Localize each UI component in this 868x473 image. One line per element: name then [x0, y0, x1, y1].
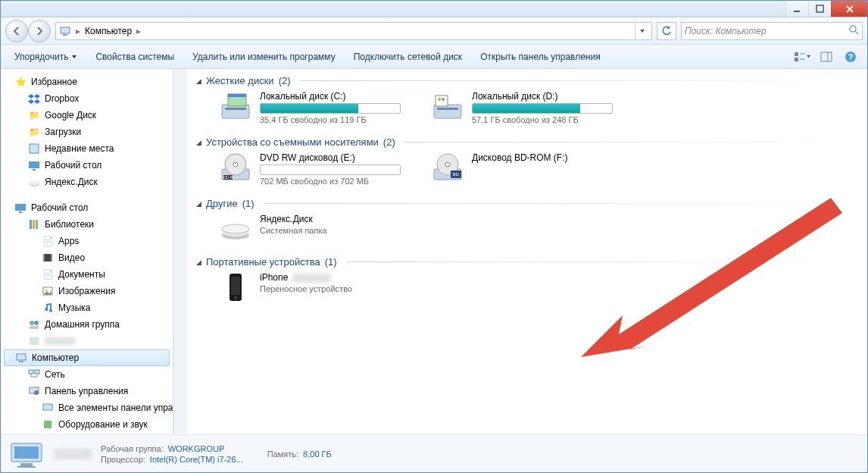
- user-icon: [28, 335, 40, 347]
- star-icon: ⭐: [14, 76, 27, 88]
- uninstall-button[interactable]: Удалить или изменить программу: [185, 49, 343, 65]
- collapse-icon: ◢: [196, 139, 201, 146]
- breadcrumb-root[interactable]: Компьютер: [82, 26, 135, 36]
- svg-rect-32: [30, 337, 39, 345]
- sidebar-controlpanel[interactable]: Панель управления: [1, 383, 173, 399]
- svg-rect-0: [794, 11, 800, 12]
- search-input[interactable]: Поиск: Компьютер: [681, 22, 863, 40]
- svg-rect-36: [35, 370, 39, 374]
- drive-iphone[interactable]: iPhone Переносное устройство: [219, 272, 401, 302]
- body: ⭐Избранное Dropbox 📁Google Диск 📁Загрузк…: [1, 69, 867, 434]
- sidebar-computer[interactable]: Компьютер: [4, 349, 170, 366]
- sidebar-scrollbar[interactable]: [173, 69, 187, 434]
- svg-point-56: [233, 162, 238, 167]
- svg-rect-73: [20, 463, 33, 466]
- section-hdd: ◢ Жесткие диски (2) Локальный диск (C:) …: [196, 75, 858, 124]
- sidebar: ⭐Избранное Dropbox 📁Google Диск 📁Загрузк…: [1, 69, 173, 434]
- sidebar-item-documents[interactable]: 📄Документы: [1, 266, 173, 283]
- computer-icon: [59, 25, 71, 37]
- explorer-window: ▸ Компьютер ▸ Поиск: Компьютер Упорядочи…: [0, 0, 868, 473]
- minimize-button[interactable]: [785, 1, 808, 17]
- section-hdd-header[interactable]: ◢ Жесткие диски (2): [196, 75, 858, 86]
- svg-point-66: [222, 224, 249, 233]
- help-button[interactable]: ?: [840, 48, 861, 66]
- refresh-button[interactable]: [657, 22, 676, 40]
- drive-f-label: Дисковод BD-ROM (F:): [472, 152, 613, 163]
- svg-point-30: [34, 321, 39, 325]
- homegroup-icon: [28, 318, 40, 330]
- sidebar-network[interactable]: Сеть: [1, 366, 173, 383]
- hdd-icon: [431, 91, 464, 121]
- bdrom-icon: BD: [431, 152, 464, 183]
- section-portable-header[interactable]: ◢ Портативные устройства (1): [196, 256, 858, 268]
- sidebar-item-blurred[interactable]: [1, 333, 173, 349]
- forward-button[interactable]: [28, 20, 51, 42]
- section-removable-header[interactable]: ◢ Устройства со съемными носителями (2): [196, 136, 858, 148]
- drive-d[interactable]: Локальный диск (D:) 57,1 ГБ свободно из …: [431, 91, 613, 124]
- iphone-icon: [219, 272, 252, 302]
- drive-d-label: Локальный диск (D:): [472, 91, 613, 102]
- drive-f[interactable]: BD Дисковод BD-ROM (F:): [431, 152, 613, 186]
- pictures-icon: [42, 285, 54, 297]
- sidebar-libraries[interactable]: Библиотеки: [1, 216, 173, 233]
- svg-point-61: [445, 162, 450, 167]
- sidebar-item-all-cp[interactable]: Все элементы панели управле: [1, 399, 173, 416]
- recent-icon: [28, 143, 40, 155]
- drive-e[interactable]: CD-R DVD RW дисковод (E:) 702 МБ свободн…: [219, 152, 401, 186]
- system-properties-button[interactable]: Свойства системы: [88, 49, 182, 65]
- sidebar-item-music[interactable]: Музыка: [1, 299, 173, 316]
- sidebar-desktop[interactable]: Рабочий стол: [1, 199, 173, 216]
- sidebar-item-apps[interactable]: 📄Apps: [1, 233, 173, 249]
- folder-icon: 📁: [28, 126, 40, 138]
- address-bar[interactable]: ▸ Компьютер ▸: [55, 22, 652, 40]
- sidebar-item-dropbox[interactable]: Dropbox: [1, 90, 173, 107]
- blurred-name: [54, 449, 92, 459]
- back-button[interactable]: [5, 20, 28, 42]
- organize-button[interactable]: Упорядочить: [7, 49, 85, 65]
- svg-rect-47: [228, 94, 246, 97]
- svg-rect-43: [44, 421, 52, 428]
- view-mode-button[interactable]: [792, 48, 813, 66]
- maximize-button[interactable]: [808, 1, 831, 17]
- close-button[interactable]: [831, 1, 867, 17]
- collapse-icon: ◢: [196, 77, 201, 85]
- drive-yandex[interactable]: Яндекс.Диск Системная папка: [219, 214, 401, 244]
- blurred-text: [292, 274, 330, 283]
- preview-pane-button[interactable]: [816, 48, 837, 66]
- statusbar: Рабочая группа:WORKGROUP Процессор:Intel…: [1, 434, 867, 472]
- svg-rect-42: [43, 404, 52, 410]
- sidebar-item-hardware[interactable]: Оборудование и звук: [1, 416, 173, 433]
- svg-point-28: [45, 290, 48, 292]
- sidebar-item-recent[interactable]: Недавние места: [1, 140, 173, 157]
- svg-rect-74: [17, 466, 36, 468]
- memory-value: 8,00 ГБ: [303, 450, 332, 459]
- svg-text:CD-R: CD-R: [223, 175, 233, 180]
- desktop-icon: [14, 202, 27, 214]
- svg-text:BD: BD: [453, 172, 460, 177]
- desktop-icon: [28, 159, 40, 171]
- sidebar-homegroup[interactable]: Домашняя группа: [1, 316, 173, 333]
- svg-rect-72: [14, 446, 39, 459]
- sidebar-item-videos[interactable]: Видео: [1, 249, 173, 266]
- control-panel-button[interactable]: Открыть панель управления: [473, 49, 608, 65]
- section-other-header[interactable]: ◢ Другие (1): [196, 198, 858, 209]
- sidebar-item-googledrive[interactable]: 📁Google Диск: [1, 107, 173, 124]
- svg-rect-50: [436, 96, 448, 106]
- sidebar-item-downloads[interactable]: 📁Загрузки: [1, 124, 173, 140]
- address-dropdown[interactable]: [635, 23, 648, 39]
- collapse-icon: ◢: [196, 200, 201, 208]
- controlpanel-icon: [28, 385, 40, 397]
- breadcrumb-sep: ▸: [135, 26, 142, 36]
- svg-rect-48: [434, 105, 461, 118]
- computer-icon: [15, 352, 27, 364]
- sidebar-item-yandexdisk[interactable]: Яндекс.Диск: [1, 174, 173, 190]
- sidebar-item-desktop[interactable]: Рабочий стол: [1, 157, 173, 174]
- svg-point-69: [234, 296, 237, 299]
- yandex-disk-icon: [219, 214, 252, 244]
- svg-rect-25: [43, 254, 45, 262]
- svg-rect-35: [29, 370, 33, 374]
- drive-c[interactable]: Локальный диск (C:) 35,4 ГБ свободно из …: [219, 91, 401, 124]
- map-drive-button[interactable]: Подключить сетевой диск: [346, 49, 470, 65]
- sidebar-favorites[interactable]: ⭐Избранное: [1, 74, 173, 90]
- sidebar-item-pictures[interactable]: Изображения: [1, 283, 173, 299]
